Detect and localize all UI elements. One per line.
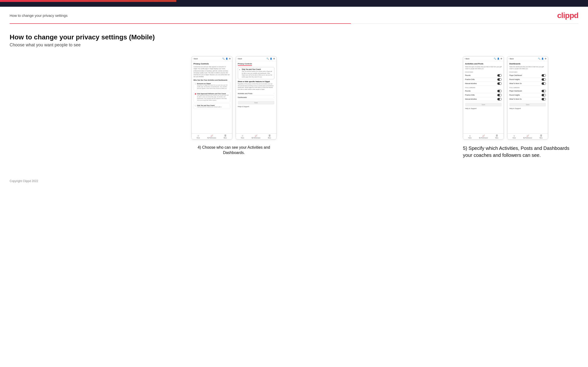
rounds-followers-toggle-3[interactable] <box>497 90 502 92</box>
tab-home-1[interactable]: ⌂ Home <box>192 134 205 139</box>
toggle-player-followers-4[interactable]: Player Dashboard <box>509 89 546 93</box>
tab-menu-4[interactable]: ☰ Menu <box>534 134 548 139</box>
settings-icon-3[interactable]: ⚙ <box>501 58 502 60</box>
radio-approved[interactable]: Only Approved Followers and Your Coach O… <box>194 92 230 102</box>
phone-mockup-1: ‹ Back 🔍 👤 ⚙ Privacy Controls Control ho… <box>191 56 232 140</box>
radio-desc-only-you: Only you and the coaches you connect wit… <box>197 106 222 108</box>
activities-posts-title-3: Activities and Posts <box>465 63 502 65</box>
people-icon-2[interactable]: 👤 <box>270 58 272 60</box>
phone-tabs-1: ⌂ Home 📈 My Performance ☰ Menu <box>192 133 232 139</box>
drills-coaches-toggle-3[interactable] <box>497 78 502 81</box>
toggle-round-insights-followers-4[interactable]: Round Insights <box>509 93 546 97</box>
tab-menu-3[interactable]: ☰ Menu <box>490 134 504 139</box>
coaches-label-4: COACHES <box>509 71 546 73</box>
settings-icon-4[interactable]: ⚙ <box>545 58 546 60</box>
main-content: How to change your privacy settings (Mob… <box>0 24 588 166</box>
toggle-manual-coaches-3[interactable]: Manual Activities <box>465 82 502 86</box>
drills-coaches-label-3: Practice Drills <box>465 79 475 80</box>
toggle-player-coaches-4[interactable]: Player Dashboard <box>509 74 546 78</box>
privacy-controls-desc-1: Control how you and your data appears to… <box>194 66 230 78</box>
radio-circle-everyone <box>195 83 196 84</box>
phone-back-3[interactable]: ‹ Back <box>465 58 469 59</box>
phone-back-2[interactable]: ‹ Back <box>237 58 242 59</box>
rounds-coaches-toggle-3[interactable] <box>497 74 502 77</box>
mockup-pair-right: ‹ Back 🔍 👤 ⚙ Activities and Posts Select… <box>463 56 548 140</box>
dashboards-title-4: Dashboards <box>509 63 546 65</box>
menu-icon-3: ☰ <box>496 134 498 137</box>
tab-home-4[interactable]: ⌂ Home <box>507 134 521 139</box>
tab-home-2[interactable]: ⌂ Home <box>236 134 249 139</box>
performance-icon-3: 📈 <box>482 134 485 137</box>
save-button-2[interactable]: Save <box>238 101 274 104</box>
dark-top-bar <box>0 2 588 7</box>
people-icon-3[interactable]: 👤 <box>497 58 500 60</box>
phone-back-4[interactable]: ‹ Back <box>509 58 514 59</box>
settings-icon-2[interactable]: ⚙ <box>273 58 275 60</box>
chevron-activities-2: › <box>274 93 274 94</box>
radio-only-you[interactable]: Only You and Your Coach Only you and the… <box>194 103 230 109</box>
menu-label-4: Menu <box>540 137 543 139</box>
tab-performance-1[interactable]: 📈 My Performance <box>205 134 219 139</box>
manual-coaches-label-3: Manual Activities <box>465 83 477 84</box>
tab-menu-2[interactable]: ☰ Menu <box>263 134 276 139</box>
phone-tabs-4: ⌂ Home 📈 My Performance ☰ Menu <box>507 133 548 139</box>
people-icon-4[interactable]: 👤 <box>541 58 544 60</box>
menu-row-dashboards-2[interactable]: Dashboards › <box>238 96 274 100</box>
save-button-4[interactable]: Save <box>509 103 546 106</box>
search-icon-3[interactable]: 🔍 <box>494 58 496 60</box>
menu-row-activities-2[interactable]: Activities and Posts › <box>238 92 274 96</box>
privacy-controls-tab-2[interactable]: Privacy Controls <box>238 63 252 66</box>
tab-performance-4[interactable]: 📈 My Performance <box>521 134 534 139</box>
round-insights-coaches-label-4: Round Insights <box>509 79 520 80</box>
search-icon-4[interactable]: 🔍 <box>538 58 540 60</box>
toggle-rounds-coaches-3[interactable]: Rounds <box>465 74 502 78</box>
performance-label-3: My Performance <box>479 137 488 139</box>
settings-icon-1[interactable]: ⚙ <box>229 58 231 60</box>
toggle-work-on-followers-4[interactable]: What To Work On <box>509 97 546 101</box>
toggle-drills-coaches-3[interactable]: Practice Drills <box>465 78 502 82</box>
phone-body-4: Dashboards Select the dashboards that yo… <box>507 61 548 133</box>
rounds-coaches-label-3: Rounds <box>465 75 470 76</box>
performance-label-4: My Performance <box>523 137 532 139</box>
what-to-work-on-followers-label-4: What To Work On <box>509 98 522 100</box>
radio-desc-approved: Only approved followers and coaches you … <box>197 94 229 101</box>
radio-everyone[interactable]: Everyone on Clippd Everyone on Clippd ca… <box>194 82 230 91</box>
search-icon-1[interactable]: 🔍 <box>222 58 225 60</box>
popup-box-2: Only You and Your Coach Only you and the… <box>238 67 274 79</box>
toggle-drills-followers-3[interactable]: Practice Drills <box>465 93 502 97</box>
who-can-see-label: Who Can See Your Activities and Dashboar… <box>194 79 230 81</box>
home-icon-1: ⌂ <box>198 134 199 137</box>
people-icon-1[interactable]: 👤 <box>225 58 228 60</box>
phone-back-1[interactable]: ‹ Back <box>193 58 198 59</box>
followers-label-4: FOLLOWERS <box>509 87 546 88</box>
tab-performance-3[interactable]: 📈 My Performance <box>477 134 490 139</box>
toggle-rounds-followers-3[interactable]: Rounds <box>465 89 502 93</box>
tab-home-3[interactable]: ⌂ Home <box>463 134 477 139</box>
player-dashboard-coaches-toggle-4[interactable] <box>542 74 546 77</box>
phone-header-1: ‹ Back 🔍 👤 ⚙ <box>192 57 232 61</box>
what-to-work-on-followers-toggle-4[interactable] <box>542 98 546 100</box>
menu-icon-4: ☰ <box>540 134 542 137</box>
tab-performance-2[interactable]: 📈 My Performance <box>249 134 263 139</box>
round-insights-coaches-toggle-4[interactable] <box>542 78 546 81</box>
phone-mockup-2: ‹ Back 🔍 👤 ⚙ Privacy Controls Only You a… <box>236 56 277 140</box>
menu-label-3: Menu <box>495 137 499 139</box>
drills-followers-toggle-3[interactable] <box>497 94 502 96</box>
drills-followers-label-3: Practice Drills <box>465 94 475 96</box>
save-button-3[interactable]: Save <box>465 103 502 106</box>
popup-title-2: Only You and Your Coach <box>242 68 273 70</box>
top-bar <box>0 0 588 2</box>
round-insights-followers-toggle-4[interactable] <box>542 94 546 96</box>
activities-posts-desc-3: Select the types of activity that you'd … <box>465 66 502 70</box>
phone-icons-2: 🔍 👤 ⚙ <box>267 58 275 60</box>
toggle-round-insights-coaches-4[interactable]: Round Insights <box>509 78 546 82</box>
toggle-work-on-coaches-4[interactable]: What To Work On <box>509 82 546 86</box>
player-dashboard-followers-toggle-4[interactable] <box>542 90 546 92</box>
phone-tabs-2: ⌂ Home 📈 My Performance ☰ Menu <box>236 133 276 139</box>
manual-followers-toggle-3[interactable] <box>497 98 502 100</box>
search-icon-2[interactable]: 🔍 <box>267 58 269 60</box>
what-to-work-on-coaches-toggle-4[interactable] <box>542 82 546 85</box>
manual-coaches-toggle-3[interactable] <box>497 82 502 85</box>
toggle-manual-followers-3[interactable]: Manual Activities <box>465 97 502 101</box>
tab-menu-1[interactable]: ☰ Menu <box>219 134 232 139</box>
